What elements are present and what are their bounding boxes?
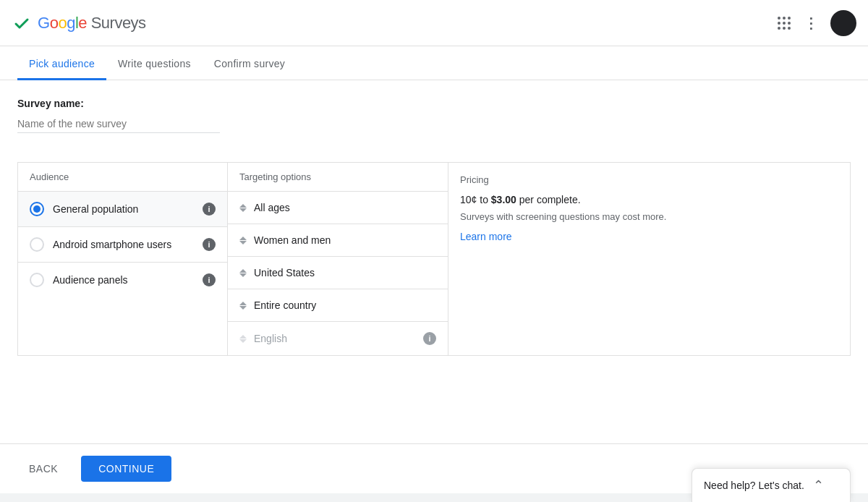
app-title: Google Surveys <box>38 14 146 33</box>
continue-button[interactable]: CONTINUE <box>81 456 171 482</box>
user-avatar[interactable] <box>830 10 856 36</box>
audience-panel-header: Audience <box>18 163 227 192</box>
radio-android-users <box>30 237 44 252</box>
targeting-label-ages: All ages <box>254 202 436 213</box>
info-icon-general-population[interactable]: i <box>203 203 216 216</box>
info-icon-android-users[interactable]: i <box>203 238 216 251</box>
tab-pick-audience[interactable]: Pick audience <box>17 46 106 80</box>
tab-write-questions[interactable]: Write questions <box>106 46 203 80</box>
learn-more-link[interactable]: Learn more <box>460 231 512 242</box>
targeting-option-gender[interactable]: Women and men <box>228 224 448 257</box>
targeting-panel-header: Targeting options <box>228 163 448 192</box>
google-check-logo <box>12 13 32 33</box>
updown-region-icon <box>239 302 247 310</box>
targeting-option-country[interactable]: United States <box>228 257 448 289</box>
svg-point-0 <box>12 13 32 33</box>
main-content: Survey name: Audience General population… <box>0 80 868 443</box>
targeting-label-language: English <box>254 333 416 344</box>
audience-option-audience-panels[interactable]: Audience panels i <box>18 263 227 297</box>
back-button[interactable]: BACK <box>17 457 69 480</box>
pricing-header: Pricing <box>460 174 838 185</box>
chat-chevron-icon[interactable]: ⌃ <box>813 477 824 493</box>
header-actions: ⋮ <box>778 10 856 36</box>
navigation-tabs: Pick audience Write questions Confirm su… <box>0 46 868 80</box>
audience-label-android-users: Android smartphone users <box>53 239 194 250</box>
audience-label-general-population: General population <box>53 203 194 215</box>
survey-name-label: Survey name: <box>17 98 851 109</box>
targeting-panel: Targeting options All ages Women and men… <box>228 163 448 355</box>
chat-widget: Need help? Let's chat. ⌃ <box>692 468 851 502</box>
pricing-range: 10¢ to $3.00 per complete. <box>460 194 838 205</box>
info-icon-audience-panels[interactable]: i <box>203 273 216 286</box>
audience-targeting-pricing-panels: Audience General population i Android sm… <box>17 162 851 356</box>
pricing-screening-note: Surveys with screening questions may cos… <box>460 211 838 222</box>
radio-inner-general-population <box>33 205 41 213</box>
radio-general-population <box>30 202 44 216</box>
app-header: Google Surveys ⋮ <box>0 0 868 46</box>
targeting-option-region[interactable]: Entire country <box>228 289 448 322</box>
updown-gender-icon <box>239 237 247 244</box>
targeting-option-ages[interactable]: All ages <box>228 192 448 224</box>
more-options-icon[interactable]: ⋮ <box>804 14 819 32</box>
audience-label-audience-panels: Audience panels <box>53 274 194 286</box>
targeting-label-gender: Women and men <box>254 234 436 246</box>
survey-name-section: Survey name: <box>17 98 851 145</box>
audience-option-android-users[interactable]: Android smartphone users i <box>18 227 227 263</box>
survey-name-input[interactable] <box>17 115 220 133</box>
chat-label: Need help? Let's chat. <box>704 480 804 491</box>
audience-panel: Audience General population i Android sm… <box>18 163 228 355</box>
targeting-label-region: Entire country <box>254 299 436 311</box>
logo-area: Google Surveys <box>12 13 146 33</box>
info-icon-language[interactable]: i <box>423 332 436 345</box>
apps-icon[interactable] <box>778 17 792 30</box>
radio-audience-panels <box>30 273 44 287</box>
updown-country-icon <box>239 269 247 277</box>
audience-option-general-population[interactable]: General population i <box>18 192 227 227</box>
targeting-label-country: United States <box>254 267 436 278</box>
tab-confirm-survey[interactable]: Confirm survey <box>203 46 297 80</box>
updown-ages-icon <box>239 204 247 212</box>
targeting-option-language[interactable]: English i <box>228 322 448 355</box>
updown-language-icon <box>239 335 247 343</box>
pricing-panel: Pricing 10¢ to $3.00 per complete. Surve… <box>448 163 850 355</box>
